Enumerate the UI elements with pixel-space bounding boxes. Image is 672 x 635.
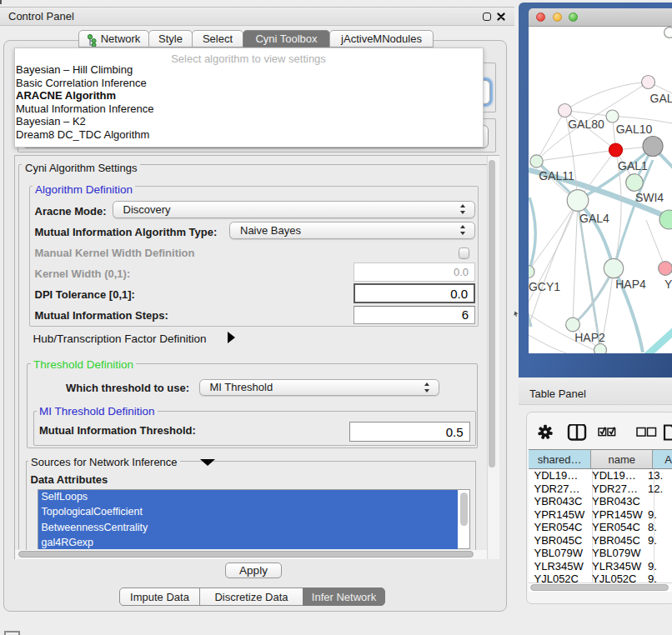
svg-text:GCY1: GCY1 [529, 280, 560, 293]
svg-text:HAP4: HAP4 [615, 278, 646, 291]
svg-text:GAL10: GAL10 [616, 122, 653, 136]
svg-text:GAL4: GAL4 [579, 212, 609, 225]
svg-text:GAL80: GAL80 [568, 118, 604, 131]
svg-text:GAL: GAL [650, 92, 672, 105]
svg-text:HAP2: HAP2 [574, 331, 605, 344]
svg-text:SWI4: SWI4 [635, 191, 664, 204]
svg-text:GAL11: GAL11 [539, 169, 574, 182]
svg-text:GAL1: GAL1 [618, 159, 648, 172]
svg-text:Y: Y [664, 278, 672, 291]
